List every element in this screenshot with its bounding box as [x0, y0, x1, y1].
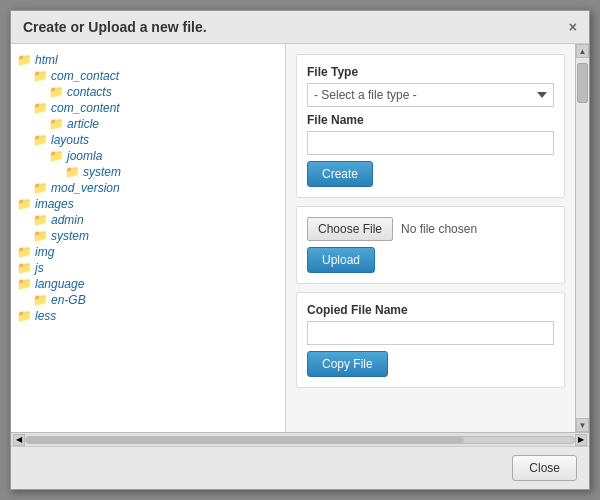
tree-item-en-gb[interactable]: 📁 en-GB: [17, 292, 279, 308]
tree-item-img[interactable]: 📁 img: [17, 244, 279, 260]
dialog: Create or Upload a new file. × 📁 html 📁 …: [10, 10, 590, 490]
vertical-scrollbar[interactable]: ▲ ▼: [575, 44, 589, 432]
tree-item-admin[interactable]: 📁 admin: [17, 212, 279, 228]
tree-item-system-images[interactable]: 📁 system: [17, 228, 279, 244]
upload-button[interactable]: Upload: [307, 247, 375, 273]
folder-icon: 📁: [49, 149, 64, 163]
scroll-down-button[interactable]: ▼: [576, 418, 589, 432]
scroll-left-button[interactable]: ◀: [13, 434, 25, 446]
folder-icon: 📁: [33, 181, 48, 195]
folder-icon: 📁: [33, 133, 48, 147]
folder-icon: 📁: [17, 53, 32, 67]
close-icon[interactable]: ×: [569, 19, 577, 35]
tree-item-images[interactable]: 📁 images: [17, 196, 279, 212]
folder-icon: 📁: [33, 213, 48, 227]
hscroll-track[interactable]: [25, 436, 575, 444]
folder-icon: 📁: [65, 165, 80, 179]
tree-item-html[interactable]: 📁 html: [17, 52, 279, 68]
tree-item-less[interactable]: 📁 less: [17, 308, 279, 324]
dialog-body-wrapper: 📁 html 📁 com_contact 📁 contacts 📁 com_co…: [11, 44, 589, 446]
horizontal-scrollbar[interactable]: ◀ ▶: [11, 432, 589, 446]
copy-section: Copied File Name Copy File: [296, 292, 565, 388]
tree-item-com-content[interactable]: 📁 com_content: [17, 100, 279, 116]
folder-icon: 📁: [33, 293, 48, 307]
create-section: File Type - Select a file type - File Na…: [296, 54, 565, 198]
folder-icon: 📁: [49, 117, 64, 131]
file-type-select[interactable]: - Select a file type -: [307, 83, 554, 107]
scroll-up-button[interactable]: ▲: [576, 44, 589, 58]
folder-icon: 📁: [33, 229, 48, 243]
dialog-title: Create or Upload a new file.: [23, 19, 207, 35]
scroll-track[interactable]: [576, 58, 589, 418]
copied-file-name-label: Copied File Name: [307, 303, 554, 317]
tree-item-com-contact[interactable]: 📁 com_contact: [17, 68, 279, 84]
copy-file-button[interactable]: Copy File: [307, 351, 388, 377]
tree-item-layouts[interactable]: 📁 layouts: [17, 132, 279, 148]
copied-file-name-input[interactable]: [307, 321, 554, 345]
tree-item-mod-version[interactable]: 📁 mod_version: [17, 180, 279, 196]
scroll-right-button[interactable]: ▶: [575, 434, 587, 446]
hscroll-thumb[interactable]: [26, 437, 464, 443]
folder-icon: 📁: [17, 309, 32, 323]
folder-icon: 📁: [33, 69, 48, 83]
upload-row: Choose File No file chosen: [307, 217, 554, 241]
folder-icon: 📁: [49, 85, 64, 99]
tree-item-joomla[interactable]: 📁 joomla: [17, 148, 279, 164]
tree-item-system-layouts[interactable]: 📁 system: [17, 164, 279, 180]
tree-item-contacts[interactable]: 📁 contacts: [17, 84, 279, 100]
file-name-input[interactable]: [307, 131, 554, 155]
no-file-text: No file chosen: [401, 222, 477, 236]
dialog-header: Create or Upload a new file. ×: [11, 11, 589, 44]
tree-item-language[interactable]: 📁 language: [17, 276, 279, 292]
folder-icon: 📁: [33, 101, 48, 115]
tree-item-js[interactable]: 📁 js: [17, 260, 279, 276]
upload-section: Choose File No file chosen Upload: [296, 206, 565, 284]
right-panel: File Type - Select a file type - File Na…: [286, 44, 575, 432]
file-tree-panel: 📁 html 📁 com_contact 📁 contacts 📁 com_co…: [11, 44, 286, 432]
file-name-label: File Name: [307, 113, 554, 127]
create-button[interactable]: Create: [307, 161, 373, 187]
folder-icon: 📁: [17, 197, 32, 211]
scroll-thumb[interactable]: [577, 63, 588, 103]
dialog-footer: Close: [11, 446, 589, 489]
choose-file-button[interactable]: Choose File: [307, 217, 393, 241]
folder-icon: 📁: [17, 261, 32, 275]
tree-item-article[interactable]: 📁 article: [17, 116, 279, 132]
folder-icon: 📁: [17, 277, 32, 291]
close-button[interactable]: Close: [512, 455, 577, 481]
dialog-body-inner: 📁 html 📁 com_contact 📁 contacts 📁 com_co…: [11, 44, 589, 432]
folder-icon: 📁: [17, 245, 32, 259]
file-type-label: File Type: [307, 65, 554, 79]
